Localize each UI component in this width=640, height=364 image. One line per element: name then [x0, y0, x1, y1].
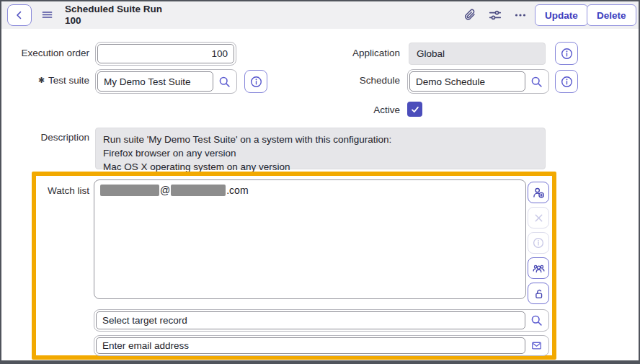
- email-address-input[interactable]: Enter email address: [96, 337, 525, 354]
- email-suffix: .com: [226, 185, 248, 196]
- add-group-button[interactable]: [528, 257, 549, 279]
- attachment-icon[interactable]: [463, 9, 476, 22]
- mandatory-icon: ✱: [38, 76, 45, 84]
- page-title-line1: Scheduled Suite Run: [65, 4, 162, 15]
- redacted-email-domain: [171, 185, 226, 196]
- mail-icon: [530, 339, 543, 352]
- search-icon: [530, 314, 543, 327]
- scheduled-suite-run-form: Scheduled Suite Run 100 Update Delete Ex…: [0, 0, 640, 364]
- test-suite-field[interactable]: My Demo Test Suite: [95, 69, 237, 94]
- execution-order-value[interactable]: 100: [97, 44, 234, 63]
- watch-list-entry[interactable]: @.com: [100, 185, 520, 196]
- test-suite-value[interactable]: My Demo Test Suite: [97, 71, 213, 92]
- info-icon: [250, 76, 262, 88]
- update-button[interactable]: Update: [535, 4, 588, 26]
- schedule-field[interactable]: Demo Schedule: [407, 69, 549, 94]
- description-field: Run suite 'My Demo Test Suite' on a syst…: [95, 128, 546, 169]
- watch-list-actions: [528, 182, 549, 304]
- email-address-field[interactable]: Enter email address: [94, 335, 549, 356]
- active-label: Active: [314, 105, 400, 115]
- schedule-label: Schedule: [314, 75, 400, 86]
- watch-list-highlight-box: Watch list @.com: [32, 172, 556, 360]
- schedule-search-button[interactable]: [525, 71, 547, 92]
- close-icon: [533, 213, 544, 223]
- email-at: @: [160, 185, 170, 196]
- active-checkbox[interactable]: [407, 102, 422, 117]
- execution-order-label: Execution order: [1, 48, 89, 58]
- add-user-button[interactable]: [528, 182, 549, 203]
- back-button[interactable]: [7, 4, 32, 26]
- delete-button[interactable]: Delete: [587, 4, 636, 26]
- select-target-record-input[interactable]: Select target record: [96, 311, 525, 329]
- test-suite-search-button[interactable]: [213, 71, 235, 92]
- test-suite-info-button[interactable]: [244, 70, 267, 93]
- page-title: Scheduled Suite Run 100: [65, 4, 162, 27]
- info-icon: [561, 76, 573, 88]
- schedule-value[interactable]: Demo Schedule: [409, 71, 525, 92]
- application-field: Global: [409, 43, 546, 65]
- execution-order-field[interactable]: 100: [95, 42, 236, 66]
- description-label: Description: [1, 132, 89, 143]
- description-line: Firefox browser on any version: [103, 146, 538, 160]
- description-line: Run suite 'My Demo Test Suite' on a syst…: [103, 133, 538, 146]
- search-icon: [530, 76, 543, 88]
- select-target-record-field[interactable]: Select target record: [94, 309, 549, 332]
- schedule-info-button[interactable]: [555, 70, 578, 93]
- add-email-button[interactable]: [525, 337, 547, 354]
- remove-button: [528, 207, 549, 228]
- chevron-left-icon: [14, 9, 25, 21]
- application-label: Application: [314, 48, 400, 58]
- form-header: Scheduled Suite Run 100 Update Delete: [1, 1, 639, 29]
- page-title-line2: 100: [65, 15, 162, 27]
- unlock-button[interactable]: [528, 283, 549, 304]
- person-plus-icon: [533, 187, 545, 199]
- form-settings-icon[interactable]: [489, 9, 502, 22]
- watch-list-label: Watch list: [36, 185, 89, 196]
- info-icon: [561, 48, 573, 60]
- info-icon: [533, 237, 544, 249]
- application-info-button[interactable]: [555, 42, 578, 65]
- test-suite-label: ✱Test suite: [1, 75, 89, 86]
- search-icon: [218, 76, 231, 88]
- check-icon: [410, 105, 420, 115]
- context-menu-icon[interactable]: [42, 9, 53, 21]
- record-info-button: [528, 232, 549, 254]
- target-record-search-button[interactable]: [525, 311, 547, 329]
- watch-list-listbox[interactable]: @.com: [94, 179, 526, 299]
- more-actions-icon[interactable]: [515, 10, 526, 20]
- group-icon: [533, 262, 545, 275]
- unlock-icon: [533, 288, 545, 300]
- redacted-email-user: [100, 185, 159, 196]
